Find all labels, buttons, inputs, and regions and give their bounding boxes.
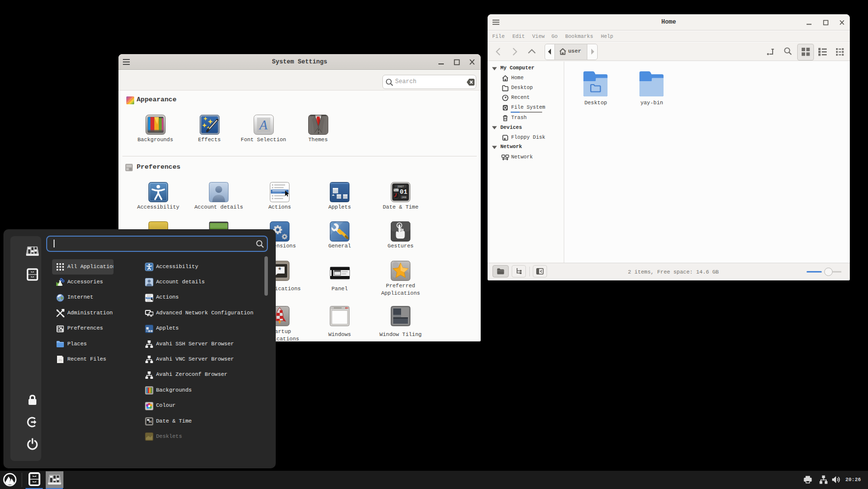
svg-text:Sun: Sun [394, 189, 398, 192]
svg-text:A: A [259, 118, 268, 132]
svg-text:*: * [277, 267, 282, 275]
svg-text:JAN: JAN [402, 196, 406, 199]
svg-text:2007: 2007 [397, 185, 404, 188]
svg-text:01: 01 [400, 188, 407, 196]
